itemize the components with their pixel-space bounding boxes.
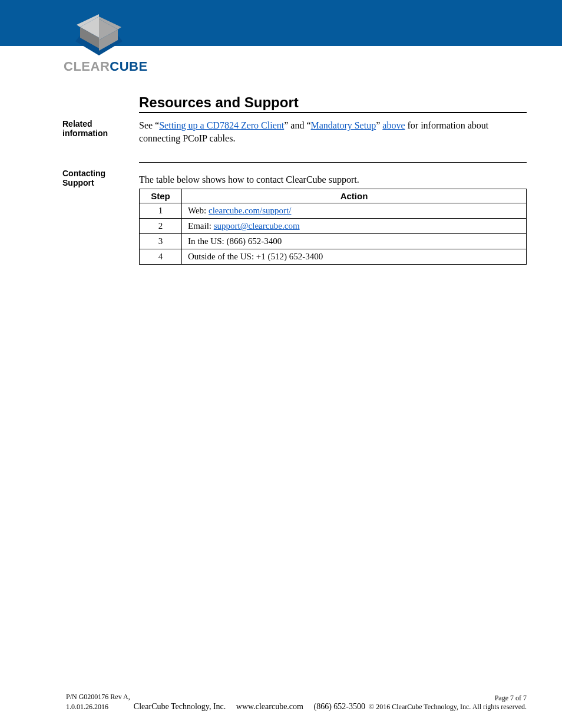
footer-page-number: Page 7 of 7 <box>369 694 527 703</box>
related-link-setup[interactable]: Setting up a CD7824 Zero Client <box>159 120 284 130</box>
text: Outside of the US: +1 (512) 652-3400 <box>188 252 323 261</box>
related-information-text: See “Setting up a CD7824 Zero Client” an… <box>139 119 527 144</box>
step-number: 2 <box>140 219 182 234</box>
table-header-action: Action <box>182 189 527 203</box>
step-number: 3 <box>140 234 182 249</box>
contacting-support-row: Contacting Support The table below shows… <box>139 169 527 265</box>
logo-text: CLEARCUBE <box>64 59 165 74</box>
footer-copyright: © 2016 ClearCube Technology, Inc. All ri… <box>369 703 527 711</box>
table-header-row: Step Action <box>140 189 527 203</box>
text: Web: <box>188 206 209 215</box>
step-action: In the US: (866) 652-3400 <box>182 234 527 249</box>
related-information-row: Related information See “Setting up a CD… <box>139 119 527 144</box>
main-content: Resources and Support Related informatio… <box>139 94 527 265</box>
divider <box>139 162 527 163</box>
support-steps-table: Step Action 1 Web: clearcube.com/support… <box>139 189 527 265</box>
logo-text-clear: CLEAR <box>64 59 110 74</box>
contacting-support-label: Contacting Support <box>62 169 133 187</box>
section-title: Resources and Support <box>139 94 527 113</box>
footer-left: P/N G0200176 Rev A, 1.0.01.26.2016 <box>66 693 130 711</box>
page-footer: P/N G0200176 Rev A, 1.0.01.26.2016 Clear… <box>0 693 562 711</box>
support-web-link[interactable]: clearcube.com/support/ <box>209 206 291 215</box>
footer-phone: (866) 652-3500 <box>313 702 365 711</box>
footer-middle: ClearCube Technology, Inc. www.clearcube… <box>130 702 369 711</box>
step-number: 4 <box>140 249 182 265</box>
text: ” and “ <box>284 120 310 130</box>
footer-company: ClearCube Technology, Inc. <box>134 702 226 711</box>
step-action: Web: clearcube.com/support/ <box>182 203 527 219</box>
footer-website: www.clearcube.com <box>236 702 303 711</box>
footer-part-number: P/N G0200176 Rev A, <box>66 693 130 701</box>
clearcube-logo: CLEARCUBE <box>64 14 165 74</box>
footer-right: Page 7 of 7 © 2016 ClearCube Technology,… <box>369 694 527 711</box>
quote: ” <box>376 120 382 130</box>
text: Email: <box>188 221 214 230</box>
step-action: Email: support@clearcube.com <box>182 219 527 234</box>
support-email-link[interactable]: support@clearcube.com <box>214 221 300 230</box>
footer-revision: 1.0.01.26.2016 <box>66 703 130 711</box>
table-row: 1 Web: clearcube.com/support/ <box>140 203 527 219</box>
step-number: 1 <box>140 203 182 219</box>
steps-intro: The table below shows how to contact Cle… <box>139 174 527 185</box>
logo-text-cube: CUBE <box>110 59 147 74</box>
table-row: 2 Email: support@clearcube.com <box>140 219 527 234</box>
text: In the US: (866) 652-3400 <box>188 236 282 246</box>
related-link-mandatory[interactable]: Mandatory Setup <box>311 120 376 130</box>
related-link-above[interactable]: above <box>382 120 405 130</box>
table-row: 3 In the US: (866) 652-3400 <box>140 234 527 249</box>
table-header-step: Step <box>140 189 182 203</box>
related-information-label: Related information <box>62 119 133 138</box>
cube-mark-icon <box>64 14 134 55</box>
table-row: 4 Outside of the US: +1 (512) 652-3400 <box>140 249 527 265</box>
text: See <box>139 120 155 130</box>
step-action: Outside of the US: +1 (512) 652-3400 <box>182 249 527 265</box>
